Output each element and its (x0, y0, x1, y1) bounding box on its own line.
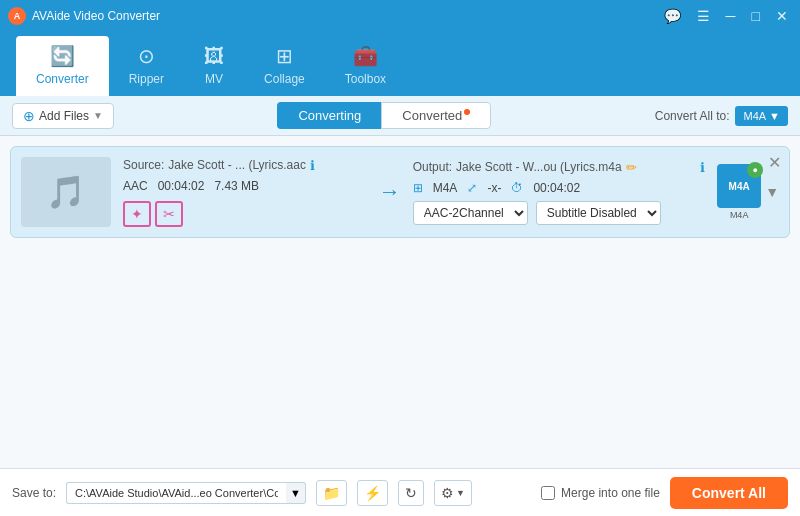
format-value: M4A (743, 110, 766, 122)
output-format: M4A (433, 181, 458, 195)
toolbox-icon: 🧰 (353, 44, 378, 68)
nav-collage[interactable]: ⊞ Collage (244, 36, 325, 96)
trim-icon: ✦ (131, 206, 143, 222)
output-resolution: -x- (487, 181, 501, 195)
source-label: Source: (123, 158, 164, 172)
convert-all-to-label: Convert All to: (655, 109, 730, 123)
refresh-button[interactable]: ↻ (398, 480, 424, 506)
file-actions: ✦ ✂ (123, 201, 367, 227)
output-label: Output: (413, 160, 452, 174)
nav-toolbox[interactable]: 🧰 Toolbox (325, 36, 406, 96)
toolbar: ⊕ Add Files ▼ Converting Converted Conve… (0, 96, 800, 136)
source-info-icon[interactable]: ℹ (310, 158, 315, 173)
cut-icon: ✂ (163, 206, 175, 222)
output-duration: 00:04:02 (533, 181, 580, 195)
convert-all-to-section: Convert All to: M4A ▼ (655, 106, 788, 126)
tabs: Converting Converted (114, 102, 655, 129)
save-to-label: Save to: (12, 486, 56, 500)
file-info: Source: Jake Scott - ... (Lyrics.aac ℹ A… (123, 158, 367, 227)
file-format: AAC (123, 179, 148, 193)
mv-icon: 🖼 (204, 45, 224, 68)
audio-channel-select[interactable]: AAC-2Channel (413, 201, 528, 225)
nav-ripper-label: Ripper (129, 72, 164, 86)
output-format-icon: ⊞ (413, 181, 423, 195)
output-res-icon: ⤢ (467, 181, 477, 195)
app-logo: A (8, 7, 26, 25)
file-source: Source: Jake Scott - ... (Lyrics.aac ℹ (123, 158, 367, 173)
folder-button[interactable]: 📁 (316, 480, 347, 506)
nav-toolbox-label: Toolbox (345, 72, 386, 86)
chat-button[interactable]: 💬 (660, 8, 685, 24)
convert-all-button[interactable]: Convert All (670, 477, 788, 509)
add-icon: ⊕ (23, 108, 35, 124)
ripper-icon: ⊙ (138, 44, 155, 68)
menu-button[interactable]: ☰ (693, 8, 714, 24)
close-row-button[interactable]: ✕ (768, 153, 781, 172)
file-size: 7.43 MB (214, 179, 259, 193)
nav-converter[interactable]: 🔄 Converter (16, 36, 109, 96)
save-path-section: ▼ (66, 482, 306, 504)
file-row: 🎵 Source: Jake Scott - ... (Lyrics.aac ℹ… (10, 146, 790, 238)
cut-button[interactable]: ✂ (155, 201, 183, 227)
settings-button[interactable]: ⚙▼ (434, 480, 472, 506)
collage-icon: ⊞ (276, 44, 293, 68)
converter-icon: 🔄 (50, 44, 75, 68)
add-files-label: Add Files (39, 109, 89, 123)
main-content: 🎵 Source: Jake Scott - ... (Lyrics.aac ℹ… (0, 136, 800, 468)
convert-all-label: Convert All (692, 485, 766, 501)
convert-arrow: → (379, 179, 401, 205)
converting-label: Converting (298, 108, 361, 123)
minimize-button[interactable]: ─ (722, 8, 740, 24)
converted-badge (464, 109, 470, 115)
file-duration: 00:04:02 (158, 179, 205, 193)
output-meta: ⊞ M4A ⤢ -x- ⏱ 00:04:02 (413, 181, 705, 195)
nav-ripper[interactable]: ⊙ Ripper (109, 36, 184, 96)
title-bar: A AVAide Video Converter 💬 ☰ ─ □ ✕ (0, 0, 800, 32)
output-controls: AAC-2Channel Subtitle Disabled (413, 201, 705, 225)
output-dropdown-arrow[interactable]: ▼ (765, 184, 779, 200)
converted-label: Converted (402, 108, 462, 123)
nav-converter-label: Converter (36, 72, 89, 86)
nav-bar: 🔄 Converter ⊙ Ripper 🖼 MV ⊞ Collage 🧰 To… (0, 32, 800, 96)
tab-converted[interactable]: Converted (381, 102, 491, 129)
flash-button[interactable]: ⚡ (357, 480, 388, 506)
settings-dropdown-icon: ▼ (456, 488, 465, 498)
output-format-thumb: M4A (729, 181, 750, 192)
close-button[interactable]: ✕ (772, 8, 792, 24)
maximize-button[interactable]: □ (748, 8, 764, 24)
save-path-dropdown-button[interactable]: ▼ (286, 482, 306, 504)
format-select-button[interactable]: M4A ▼ (735, 106, 788, 126)
merge-label: Merge into one file (561, 486, 660, 500)
bottom-bar: Save to: ▼ 📁 ⚡ ↻ ⚙▼ Merge into one file … (0, 468, 800, 516)
tab-converting[interactable]: Converting (277, 102, 381, 129)
add-files-button[interactable]: ⊕ Add Files ▼ (12, 103, 114, 129)
save-path-input[interactable] (66, 482, 286, 504)
subtitle-select[interactable]: Subtitle Disabled (536, 201, 661, 225)
merge-checkbox[interactable] (541, 486, 555, 500)
merge-section: Merge into one file (541, 486, 660, 500)
trim-button[interactable]: ✦ (123, 201, 151, 227)
music-icon: 🎵 (46, 173, 86, 211)
output-file: Jake Scott - W...ou (Lyrics.m4a (456, 160, 622, 174)
nav-mv-label: MV (205, 72, 223, 86)
file-meta: AAC 00:04:02 7.43 MB (123, 179, 367, 193)
output-filename: Output: Jake Scott - W...ou (Lyrics.m4a … (413, 160, 705, 175)
file-thumbnail: 🎵 (21, 157, 111, 227)
output-section: Output: Jake Scott - W...ou (Lyrics.m4a … (413, 160, 705, 225)
output-info-icon[interactable]: ℹ (700, 160, 705, 175)
format-label-thumb: M4A (730, 210, 749, 220)
source-filename: Jake Scott - ... (Lyrics.aac (168, 158, 306, 172)
nav-collage-label: Collage (264, 72, 305, 86)
edit-filename-icon[interactable]: ✏ (626, 160, 637, 175)
add-files-dropdown-icon: ▼ (93, 110, 103, 121)
format-dropdown-icon: ▼ (769, 110, 780, 122)
output-dur-icon: ⏱ (511, 181, 523, 195)
nav-mv[interactable]: 🖼 MV (184, 37, 244, 96)
window-controls: 💬 ☰ ─ □ ✕ (660, 8, 792, 24)
app-title: AVAide Video Converter (32, 9, 660, 23)
toggle-icon[interactable]: ● (752, 165, 757, 175)
